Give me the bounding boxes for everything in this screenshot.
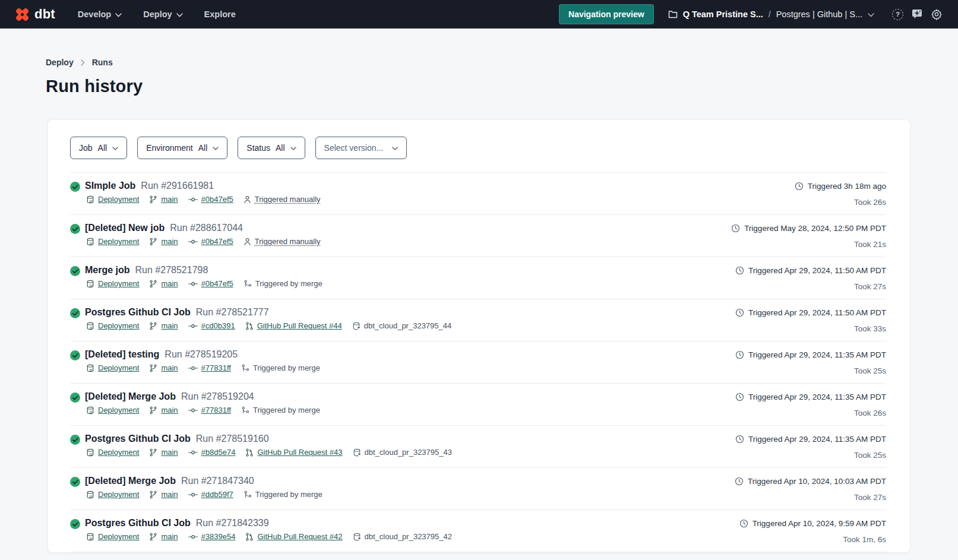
pull-request-link[interactable]: GitHub Pull Request #44 <box>257 321 342 330</box>
breadcrumb-runs[interactable]: Runs <box>92 58 113 67</box>
git-commit-icon <box>188 491 198 499</box>
commit-link-item: #77831ff <box>188 363 231 372</box>
account-name[interactable]: Q Team Pristine S... <box>683 10 763 19</box>
commit-link[interactable]: #b8d5e74 <box>201 448 236 457</box>
run-number: Run #288617044 <box>170 223 243 233</box>
status-filter-dropdown[interactable]: Status All <box>238 137 305 159</box>
feedback-icon[interactable] <box>911 9 923 20</box>
nav-menu-label: Develop <box>78 10 111 19</box>
run-number: Run #271842339 <box>196 518 269 529</box>
environment-link[interactable]: Deployment <box>98 448 139 457</box>
took-text: Took 26s <box>795 198 886 207</box>
environment-link[interactable]: Deployment <box>98 279 139 288</box>
filter-label: Environment <box>146 143 193 153</box>
branch-link[interactable]: main <box>161 532 178 541</box>
nav-menu-deploy[interactable]: Deploy <box>143 10 182 19</box>
run-row[interactable]: Postgres Github CI Job Run #278521777 De… <box>70 299 886 341</box>
run-title-line: [Deleted] testing Run #278519205 <box>85 349 320 360</box>
environment-link[interactable]: Deployment <box>98 195 139 204</box>
branch-link[interactable]: main <box>161 490 178 499</box>
help-icon[interactable]: ? <box>892 9 903 20</box>
top-navbar: dbt Develop Deploy Explore Navigation pr… <box>0 0 958 29</box>
nav-menu-explore[interactable]: Explore <box>204 10 236 19</box>
version-filter-dropdown[interactable]: Select version... <box>315 137 407 159</box>
run-row[interactable]: Merge job Run #278521798 Deployment <box>70 257 886 299</box>
chevron-down-icon[interactable] <box>868 13 874 17</box>
branch-link[interactable]: main <box>161 448 178 457</box>
run-row-left: Postgres Github CI Job Run #278521777 De… <box>70 307 451 330</box>
run-title-line: Postgres Github CI Job Run #278519160 <box>85 434 452 444</box>
run-row-main: Merge job Run #278521798 Deployment <box>85 265 323 288</box>
job-filter-dropdown[interactable]: Job All <box>70 137 127 159</box>
commit-link-item: #0b47ef5 <box>188 195 233 204</box>
branch-link[interactable]: main <box>161 406 178 415</box>
navbar-right: Navigation preview Q Team Pristine S... … <box>559 4 943 24</box>
run-row[interactable]: [Deleted] Merge Job Run #278519204 Deplo… <box>70 384 886 426</box>
nav-menu-develop[interactable]: Develop <box>78 10 122 19</box>
clock-icon <box>735 308 744 317</box>
environment-link[interactable]: Deployment <box>98 237 139 246</box>
breadcrumb-deploy[interactable]: Deploy <box>46 58 74 67</box>
environment-link[interactable]: Deployment <box>98 363 139 372</box>
took-text: Took 26s <box>735 409 886 417</box>
branch-link-item: main <box>149 532 178 541</box>
deployment-environment-icon <box>86 364 94 372</box>
run-row-left: [Deleted] Merge Job Run #278519204 Deplo… <box>70 391 320 415</box>
branch-link[interactable]: main <box>161 321 178 330</box>
navigation-preview-button[interactable]: Navigation preview <box>559 4 654 24</box>
dbt-logo[interactable]: dbt <box>14 7 55 23</box>
filter-value: All <box>198 143 208 153</box>
trigger-manual-label[interactable]: Triggered manually <box>255 237 321 246</box>
database-schema-icon <box>353 448 361 457</box>
dbt-logo-icon <box>14 7 30 23</box>
commit-link[interactable]: #3839e54 <box>201 532 236 541</box>
branch-link[interactable]: main <box>161 195 178 204</box>
pull-request-link-item: GitHub Pull Request #42 <box>245 532 342 541</box>
commit-link[interactable]: #ddb59f7 <box>201 490 233 499</box>
environment-filter-dropdown[interactable]: Environment All <box>137 137 227 159</box>
run-row[interactable]: [Deleted] Merge Job Run #271847340 Deplo… <box>70 468 886 510</box>
commit-link[interactable]: #0b47ef5 <box>201 279 233 288</box>
environment-link-item: Deployment <box>86 406 139 415</box>
filter-value: All <box>98 143 108 153</box>
environment-link[interactable]: Deployment <box>98 406 139 415</box>
commit-link[interactable]: #77831ff <box>201 363 231 372</box>
branch-link[interactable]: main <box>161 363 178 372</box>
commit-link[interactable]: #0b47ef5 <box>201 195 233 204</box>
triggered-text: Triggered Apr 29, 2024, 11:35 AM PDT <box>748 393 886 401</box>
commit-link[interactable]: #77831ff <box>201 406 231 415</box>
run-row[interactable]: [Deleted] New job Run #288617044 Deploym… <box>70 215 886 257</box>
commit-link[interactable]: #cd0b391 <box>201 321 235 330</box>
trigger-merge-item: Triggered by merge <box>244 279 323 288</box>
commit-link[interactable]: #0b47ef5 <box>201 237 233 246</box>
triggered-line: Triggered May 28, 2024, 12:50 PM PDT <box>731 224 886 233</box>
branch-link[interactable]: main <box>161 279 178 288</box>
git-branch-icon <box>149 364 157 372</box>
commit-link-item: #cd0b391 <box>188 321 235 330</box>
environment-link[interactable]: Deployment <box>98 490 139 499</box>
branch-link[interactable]: main <box>161 237 178 246</box>
branch-link-item: main <box>149 363 178 372</box>
run-title-line: [Deleted] New job Run #288617044 <box>85 223 321 233</box>
run-row[interactable]: SImple Job Run #291661981 Deployment <box>70 173 886 215</box>
trigger-manual-label[interactable]: Triggered manually <box>255 195 321 204</box>
run-list: SImple Job Run #291661981 Deployment <box>70 172 886 552</box>
run-job-name: Postgres Github CI Job <box>85 307 191 318</box>
run-row-right: Triggered Apr 10, 2024, 10:03 AM PDT Too… <box>735 476 886 502</box>
run-row-left: Postgres Github CI Job Run #271842339 De… <box>70 518 452 541</box>
run-meta-line: Deployment main #77831ff <box>85 406 320 415</box>
environment-link[interactable]: Deployment <box>98 321 139 330</box>
project-name[interactable]: Postgres | Github | S... <box>776 10 862 19</box>
trigger-merge-label: Triggered by merge <box>253 406 320 415</box>
pull-request-link[interactable]: GitHub Pull Request #42 <box>257 532 342 541</box>
nav-menu-label: Explore <box>204 10 236 19</box>
run-row[interactable]: [Deleted] testing Run #278519205 Deploym… <box>70 341 886 384</box>
run-row[interactable]: Postgres Github CI Job Run #278519160 De… <box>70 426 886 468</box>
chevron-down-icon <box>290 147 296 150</box>
git-commit-icon <box>188 280 198 288</box>
pull-request-link[interactable]: GitHub Pull Request #43 <box>257 448 342 457</box>
schema-item: dbt_cloud_pr_323795_42 <box>353 532 452 541</box>
environment-link[interactable]: Deployment <box>98 532 139 541</box>
run-row[interactable]: Postgres Github CI Job Run #271842339 De… <box>70 510 886 552</box>
settings-gear-icon[interactable] <box>931 8 943 20</box>
